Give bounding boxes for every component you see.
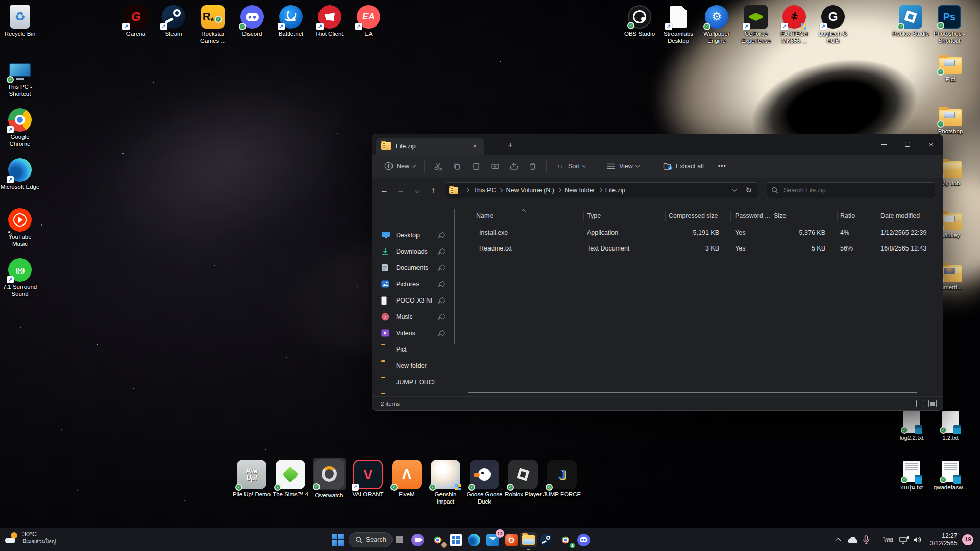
desktop-icon-folder-pict[interactable]: ✓ Pict [930,54,970,83]
taskbar-icon-task-view[interactable] [391,532,408,547]
sidebar-item-pictures[interactable]: Pictures [377,276,449,292]
tray-language[interactable]: ไทย [883,528,893,551]
share-button[interactable] [504,158,523,174]
desktop-icon-geforce[interactable]: ↗ GeForce Experience [736,5,776,44]
dock-icon-the-sims-4[interactable]: ✓ The Sims™ 4 [271,460,310,498]
breadcrumb-item-new-folder[interactable]: New folder [561,187,599,194]
desktop-icon-obs-studio[interactable]: ✓ OBS Studio [620,5,659,38]
tray-onedrive[interactable] [847,528,859,551]
sidebar-item-new-folder[interactable]: New folder [377,358,449,374]
desktop-icon-file-12[interactable]: ✓ 1.2.txt [930,411,970,442]
close-button[interactable]: × [919,134,943,155]
new-tab-button[interactable]: + [508,140,513,151]
taskbar-icon-video-call[interactable] [409,532,426,547]
taskbar-icon-edge[interactable] [465,532,482,547]
desktop-icon-surround-sound[interactable]: ((•))↗ 7.1 Surround Sound [0,258,40,297]
taskbar-icon-office[interactable]: O [503,532,520,547]
taskbar-icon-microsoft-store[interactable] [447,532,464,547]
file-row-readme-txt[interactable]: Readme.txt Text Document 3 KB Yes 5 KB 5… [461,241,942,257]
dock-icon-genshin-impact[interactable]: ✓ Genshin Impact [426,460,465,505]
taskbar-icon-chrome-alt[interactable]: $ [556,532,574,547]
more-options-button[interactable]: ••• [714,160,731,173]
taskbar-icon-mail[interactable]: 12 [484,532,501,547]
desktop-icon-recycle-bin[interactable]: ♻ Recycle Bin [0,5,40,38]
sort-button[interactable]: ↑↓ Sort [551,158,591,174]
column-header-size[interactable]: Size [774,212,786,219]
taskbar-icon-chrome-profile[interactable] [429,532,446,547]
details-view-button[interactable] [916,400,924,407]
rename-button[interactable] [485,158,504,174]
minimize-button[interactable] [872,134,896,155]
forward-button[interactable]: → [393,186,409,195]
column-header-type[interactable]: Type [587,212,601,219]
desktop-icon-roblox-studio[interactable]: ✓ Roblox Studio [891,5,930,38]
taskbar-icon-file-explorer[interactable] [520,532,537,547]
desktop-icon-fantech[interactable]: ҂↗ FANTECH MK856 ... [774,5,814,44]
desktop-icon-youtube-music[interactable]: ✓ YouTube Music [0,208,40,247]
view-button[interactable]: View [602,158,644,174]
maximize-button[interactable] [896,134,919,155]
desktop-icon-ea[interactable]: EA↗ EA [349,5,388,38]
column-header-ratio[interactable]: Ratio [840,212,855,219]
search-input[interactable] [782,186,930,194]
desktop-icon-steam[interactable]: ↗ Steam [154,5,193,38]
tab-close-button[interactable]: × [470,142,479,150]
new-button[interactable]: New [379,158,420,174]
sidebar-item-documents[interactable]: Documents [377,260,449,276]
desktop-icon-file-qwadefasw[interactable]: ✓ qwadefasw... [930,461,970,491]
desktop-icon-rockstar[interactable]: R★✓ Rockstar Games ... [193,5,233,44]
breadcrumb-item-new-volume[interactable]: New Volume (N:) [502,187,557,194]
refresh-icon[interactable]: ↻ [745,186,752,195]
desktop-icon-folder-photshop[interactable]: ✓ Photshop [930,106,970,135]
dock-icon-overwatch[interactable]: ✓ Overwatch [309,458,349,499]
tray-clock[interactable]: 12:27 3/12/2565 19 [930,528,973,551]
taskbar-search[interactable]: Search [349,532,393,547]
desktop-icon-logitech-ghub[interactable]: G↗ Logitech G HUB [813,5,853,44]
search-box[interactable] [767,182,935,198]
dock-icon-pile-up-demo[interactable]: PileUp!✓ Pile Up! Demo [232,460,272,498]
sidebar-item-desktop[interactable]: Desktop [377,227,449,243]
recent-locations-button[interactable] [409,186,425,195]
dock-icon-valorant[interactable]: V↗ VALORANT [348,460,388,498]
desktop-icon-streamlabs[interactable]: ↗ Streamlabs Desktop [658,5,698,44]
cut-button[interactable] [429,158,448,174]
taskbar-icon-discord[interactable] [575,532,592,547]
tray-volume[interactable] [913,528,922,551]
tab-file-zip[interactable]: File.zip × [376,138,484,155]
sidebar-item-poco-x3[interactable]: POCO X3 NF [377,292,449,309]
address-dropdown-icon[interactable] [732,187,737,191]
dock-icon-roblox-player[interactable]: ✓ Roblox Player [503,460,543,498]
desktop-icon-google-chrome[interactable]: ↗ Google Chrome [0,108,40,147]
desktop-icon-file-log22[interactable]: ✓ log2.2.txt [892,411,932,442]
file-row-install-exe[interactable]: Install.exe Application 5,191 KB Yes 5,3… [461,225,942,241]
sidebar-item-pict[interactable]: Pict [377,341,449,358]
desktop-icon-photoshop[interactable]: Ps✓ Photoshop - Shortcut [929,5,969,44]
sidebar-item-music[interactable]: ♪ Music [377,309,449,325]
desktop-icon-this-pc[interactable]: ✓ This PC - Shortcut [0,58,40,97]
tray-expand-button[interactable] [836,528,840,551]
large-icons-view-button[interactable] [928,400,937,407]
notification-badge[interactable]: 19 [962,534,973,545]
desktop-icon-battlenet[interactable]: ↗ Battle.net [271,5,311,38]
weather-widget[interactable]: 30°C มีเมฆส่วนใหญ่ [5,531,56,545]
extract-all-button[interactable]: Extract all [658,158,708,174]
dock-icon-fivem[interactable]: Λ✓ FiveM [387,460,427,498]
desktop-icon-wallpaper-engine[interactable]: ⚙✓ Wallpaper Engine [697,5,737,44]
desktop-icon-file-thai[interactable]: ✓ จกปุ่น.txt [892,461,932,491]
copy-button[interactable] [448,158,467,174]
desktop-icon-riot-client[interactable]: ↗ Riot Client [310,5,350,38]
sidebar-item-jump-force[interactable]: JUMP FORCE [377,374,449,390]
breadcrumb-item-file-zip[interactable]: File.zip [602,187,629,194]
column-header-password[interactable]: Password ... [735,212,770,219]
tray-network[interactable] [899,528,910,551]
breadcrumb-item-this-pc[interactable]: This PC [470,187,499,194]
breadcrumb[interactable]: This PC New Volume (N:) New folder File.… [445,182,758,198]
column-header-date-modified[interactable]: Date modified [880,212,920,219]
desktop-icon-discord[interactable]: ✓ Discord [232,5,272,38]
paste-button[interactable] [467,158,485,174]
dock-icon-goose-goose-duck[interactable]: ✓ Goose Goose Duck [464,460,504,505]
sidebar-scrollbar[interactable] [454,209,455,344]
column-header-name[interactable]: Name [476,212,493,219]
column-header-compressed[interactable]: Compressed size [669,212,718,219]
desktop-icon-microsoft-edge[interactable]: ↗ Microsoft Edge [0,158,40,191]
